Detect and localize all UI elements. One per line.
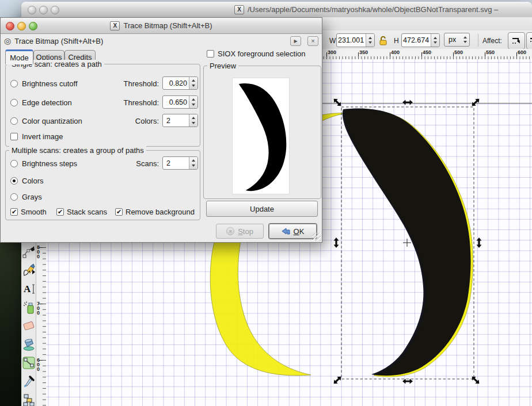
scans-label: Scans: <box>92 159 159 168</box>
unit-dropdown-arrows[interactable] <box>461 33 469 46</box>
dialog-header: ◎ Trace Bitmap (Shift+Alt+B) ▶ × <box>1 33 322 48</box>
invert-image-label: Invert image <box>22 132 63 141</box>
handle-bottom-right[interactable] <box>470 374 481 385</box>
spin-buttons[interactable] <box>189 157 197 169</box>
preview-title: Preview <box>207 62 238 70</box>
height-spinbox[interactable]: 472.674 <box>401 33 440 47</box>
spray-tool[interactable] <box>22 300 35 315</box>
affect-move-button[interactable] <box>508 32 525 49</box>
h-ruler-label: 400 <box>391 49 400 55</box>
stack-scans-checkbox[interactable] <box>56 208 64 216</box>
connector-tool[interactable] <box>22 392 35 406</box>
siox-label: SIOX foreground selection <box>218 49 305 58</box>
width-spin-buttons[interactable] <box>366 34 374 47</box>
ok-button[interactable]: OK <box>269 224 317 239</box>
brightness-steps-radio[interactable] <box>10 160 18 167</box>
invert-image-checkbox[interactable] <box>10 133 18 140</box>
dialog-titlebar[interactable]: X Trace Bitmap (Shift+Alt+B) <box>1 18 322 34</box>
unit-value[interactable]: px <box>444 33 461 46</box>
zoom-button[interactable] <box>51 6 59 14</box>
lock-ratio-icon[interactable] <box>378 35 389 46</box>
width-spinbox[interactable]: 231.001 <box>336 33 375 47</box>
remove-background-checkbox[interactable] <box>115 208 123 216</box>
handle-left-middle[interactable] <box>334 238 339 248</box>
brightness-threshold-spinbox[interactable]: 0.820 <box>162 76 198 90</box>
handle-right-middle[interactable] <box>477 238 482 248</box>
window-title-area: X /Users/apple/Documents/matryoshka/whol… <box>234 2 530 17</box>
text-tool[interactable]: A <box>22 281 35 297</box>
spin-buttons[interactable] <box>189 77 197 89</box>
colors-spinbox[interactable]: 2 <box>162 114 198 127</box>
ok-arrow-icon <box>282 227 290 235</box>
threshold-value[interactable]: 0.820 <box>163 77 189 89</box>
tab-mode[interactable]: Mode <box>5 49 33 64</box>
resize-grip[interactable] <box>313 233 321 241</box>
threshold-label: Threshold: <box>92 98 159 107</box>
close-dialog-icon[interactable]: × <box>307 36 318 46</box>
brightness-cutoff-label: Brightness cutoff <box>22 79 78 88</box>
h-ruler-label: 300 <box>328 49 336 55</box>
dropper-tool[interactable] <box>22 374 35 389</box>
dialog-title: Trace Bitmap (Shift+Alt+B) <box>123 21 212 30</box>
colors-radio-label: Colors <box>22 177 44 185</box>
brightness-cutoff-radio[interactable] <box>10 80 18 87</box>
threshold-value[interactable]: 0.650 <box>163 96 189 108</box>
eraser-tool[interactable] <box>22 318 35 334</box>
trace-bitmap-dialog: X Trace Bitmap (Shift+Alt+B) ◎ Trace Bit… <box>0 17 322 243</box>
colors-value[interactable]: 2 <box>163 114 189 127</box>
close-button[interactable] <box>28 6 36 14</box>
paint-bucket-tool[interactable] <box>22 336 35 352</box>
rotation-center-cross[interactable] <box>403 239 411 247</box>
siox-checkbox[interactable] <box>207 50 214 58</box>
update-button[interactable]: Update <box>206 201 318 217</box>
spin-buttons[interactable] <box>189 114 197 127</box>
smooth-checkbox[interactable] <box>10 208 18 216</box>
affect-scale-button[interactable] <box>526 32 532 49</box>
separator <box>478 34 478 47</box>
unit-dropdown[interactable]: px <box>444 33 470 47</box>
scans-value[interactable]: 2 <box>163 157 189 169</box>
handle-top-middle[interactable] <box>402 100 413 105</box>
remove-background-label: Remove background <box>126 208 195 216</box>
move-arrow-icon <box>511 36 522 45</box>
colors-label: Colors: <box>92 117 159 125</box>
stop-button[interactable]: × Stop <box>216 224 264 239</box>
edge-threshold-spinbox[interactable]: 0.650 <box>162 95 198 109</box>
colors-radio[interactable] <box>10 177 18 185</box>
v-ruler-label: 800 <box>37 245 41 259</box>
handle-top-left[interactable] <box>332 97 343 108</box>
handle-bottom-middle[interactable] <box>402 379 413 384</box>
brightness-steps-label: Brightness steps <box>22 159 77 168</box>
h-ruler-label: 550 <box>486 49 495 55</box>
x11-icon: X <box>110 21 120 30</box>
height-spin-buttons[interactable] <box>431 34 439 47</box>
color-quantization-radio[interactable] <box>10 117 18 125</box>
main-titlebar[interactable]: X /Users/apple/Documents/matryoshka/whol… <box>21 2 532 18</box>
multiple-scans-title: Multiple scans: creates a group of paths <box>9 146 146 155</box>
dropper-icon <box>22 375 35 389</box>
scans-spinbox[interactable]: 2 <box>162 156 198 170</box>
tool-flyout-arrow[interactable] <box>32 270 35 274</box>
grays-radio[interactable] <box>10 193 18 201</box>
handle-top-right[interactable] <box>470 97 481 108</box>
width-value[interactable]: 231.001 <box>337 34 366 47</box>
gradient-icon <box>22 356 35 370</box>
preview-crescent <box>233 78 289 194</box>
grays-radio-label: Grays <box>22 193 42 201</box>
black-crescent-shape[interactable] <box>343 108 471 376</box>
height-label: H <box>394 37 399 45</box>
minimize-button[interactable] <box>39 6 48 14</box>
edge-detection-radio[interactable] <box>10 99 18 106</box>
height-value[interactable]: 472.674 <box>402 34 431 47</box>
affect-label: Affect: <box>482 37 502 45</box>
text-tool-icon: A <box>22 282 35 296</box>
stack-scans-label: Stack scans <box>67 208 107 216</box>
smooth-label: Smooth <box>21 208 47 216</box>
bezier-pen-tool[interactable] <box>22 244 35 259</box>
desktop: X /Users/apple/Documents/matryoshka/whol… <box>0 0 532 406</box>
float-dialog-icon[interactable]: ▶ <box>290 36 301 46</box>
width-label: W <box>329 37 336 45</box>
spin-buttons[interactable] <box>189 96 197 108</box>
stop-label: Stop <box>238 227 253 236</box>
gradient-tool[interactable] <box>22 355 35 370</box>
